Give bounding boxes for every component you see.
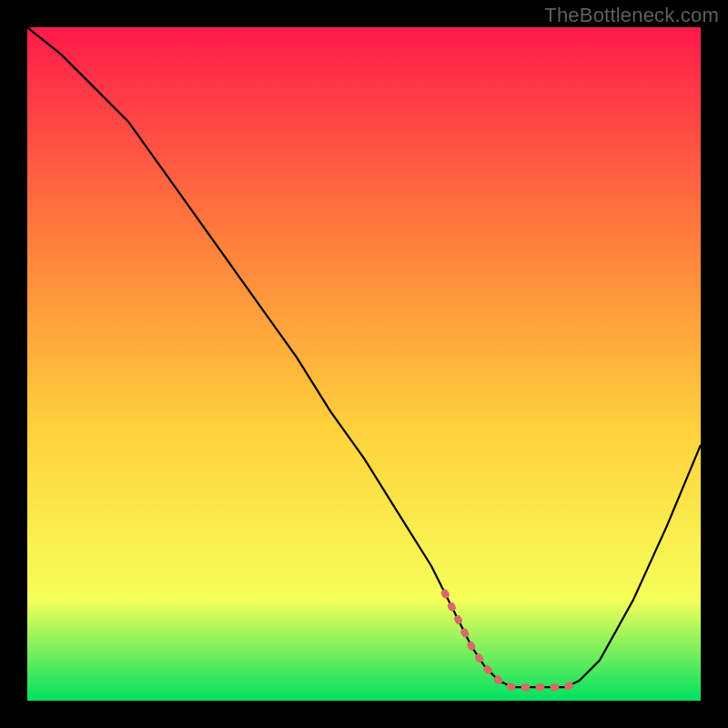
chart-svg <box>27 27 701 701</box>
bottleneck-chart <box>27 27 701 701</box>
watermark-text: TheBottleneck.com <box>544 4 719 27</box>
gradient-background <box>27 27 701 701</box>
chart-frame: TheBottleneck.com <box>0 0 728 728</box>
